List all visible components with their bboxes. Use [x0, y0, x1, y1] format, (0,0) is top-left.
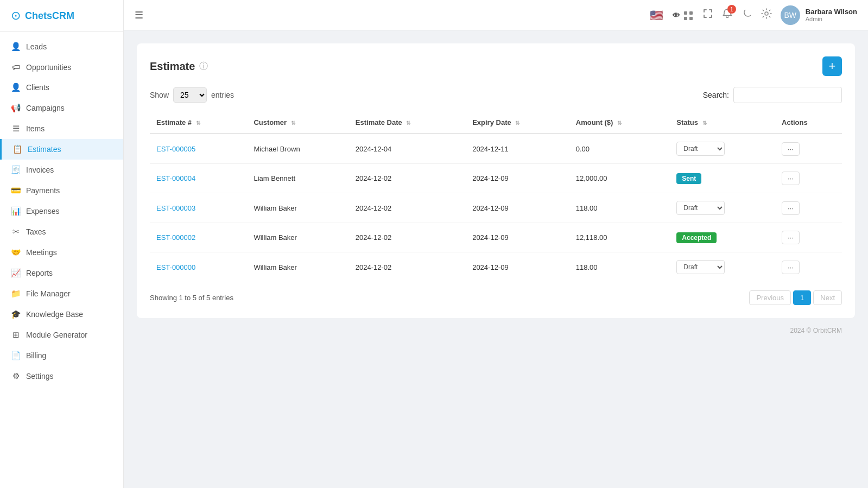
actions-cell: ···	[775, 223, 842, 252]
actions-button[interactable]: ···	[782, 172, 800, 185]
col-header-actions[interactable]: Actions	[775, 112, 842, 134]
col-header-customer[interactable]: Customer ⇅	[247, 112, 349, 134]
expiry-date-cell: 2024-12-11	[466, 134, 569, 164]
estimate-link[interactable]: EST-000004	[156, 174, 195, 182]
status-select[interactable]: DraftSentAcceptedDeclined	[676, 201, 725, 215]
menu-toggle-icon[interactable]: ☰	[135, 9, 143, 21]
sidebar-label-file-manager: File Manager	[26, 289, 71, 298]
status-cell[interactable]: DraftSentAcceptedDeclined	[670, 252, 775, 282]
reports-icon: 📈	[11, 268, 21, 278]
customer-cell: William Baker	[247, 223, 349, 252]
meetings-icon: 🤝	[11, 248, 21, 257]
col-header-estimate_num[interactable]: Estimate # ⇅	[150, 112, 247, 134]
table-controls: Show 25 10 50 100 entries Search:	[150, 87, 842, 103]
customer-cell: William Baker	[247, 252, 349, 282]
dark-mode-icon[interactable]	[742, 8, 752, 22]
fullscreen-icon[interactable]	[702, 8, 713, 22]
estimate-link[interactable]: EST-000002	[156, 233, 195, 242]
col-header-amount[interactable]: Amount ($) ⇅	[569, 112, 670, 134]
header-right: 🇺🇸 ⇼ 1	[650, 5, 857, 25]
col-header-expiry_date[interactable]: Expiry Date ⇅	[466, 112, 569, 134]
sidebar-item-settings[interactable]: ⚙ Settings	[0, 366, 123, 386]
estimate-date-cell: 2024-12-02	[349, 223, 466, 252]
taxes-icon: ✂	[11, 227, 21, 237]
actions-button[interactable]: ···	[782, 201, 800, 215]
sidebar-item-meetings[interactable]: 🤝 Meetings	[0, 242, 123, 263]
status-cell[interactable]: Accepted	[670, 223, 775, 252]
user-profile[interactable]: BW Barbara Wilson Admin	[781, 5, 857, 25]
table-row: EST-000000William Baker2024-12-022024-12…	[150, 252, 842, 282]
payments-icon: 💳	[11, 186, 21, 195]
sidebar-item-clients[interactable]: 👤 Clients	[0, 77, 123, 98]
billing-icon: 📄	[11, 351, 21, 360]
sidebar-item-module-generator[interactable]: ⊞ Module Generator	[0, 325, 123, 345]
amount-cell: 12,000.00	[569, 164, 670, 193]
entries-select[interactable]: 25 10 50 100	[173, 87, 207, 103]
table-body: EST-000005Michael Brown2024-12-042024-12…	[150, 134, 842, 282]
sidebar-item-billing[interactable]: 📄 Billing	[0, 345, 123, 366]
invoices-icon: 🧾	[11, 165, 21, 175]
col-header-status[interactable]: Status ⇅	[670, 112, 775, 134]
sort-icon-status: ⇅	[702, 120, 707, 126]
sidebar-label-payments: Payments	[26, 186, 60, 195]
status-cell[interactable]: DraftSentAcceptedDeclined	[670, 134, 775, 164]
sidebar-label-module-generator: Module Generator	[26, 331, 87, 339]
sidebar-item-expenses[interactable]: 📊 Expenses	[0, 201, 123, 221]
sidebar-item-campaigns[interactable]: 📢 Campaigns	[0, 98, 123, 118]
sort-icon-estimate_num: ⇅	[196, 120, 200, 126]
search-label: Search:	[703, 91, 729, 99]
flag-icon[interactable]: 🇺🇸	[650, 9, 663, 22]
col-header-estimate_date[interactable]: Estimate Date ⇅	[349, 112, 466, 134]
sidebar-item-invoices[interactable]: 🧾 Invoices	[0, 160, 123, 180]
sidebar-item-estimates[interactable]: 📋 Estimates	[0, 139, 123, 160]
sidebar-item-file-manager[interactable]: 📁 File Manager	[0, 283, 123, 304]
estimate-link[interactable]: EST-000000	[156, 263, 195, 271]
items-icon: ☰	[11, 124, 21, 134]
sidebar-item-payments[interactable]: 💳 Payments	[0, 180, 123, 201]
status-cell[interactable]: DraftSentAcceptedDeclined	[670, 193, 775, 223]
actions-button[interactable]: ···	[782, 261, 800, 274]
notification-icon[interactable]: 1	[722, 8, 733, 22]
page-1-button[interactable]: 1	[793, 290, 811, 305]
add-estimate-button[interactable]: +	[822, 56, 842, 76]
status-cell[interactable]: Sent	[670, 164, 775, 193]
svg-point-4	[765, 12, 768, 15]
next-button[interactable]: Next	[813, 290, 842, 305]
estimate-date-cell: 2024-12-02	[349, 164, 466, 193]
sidebar-item-taxes[interactable]: ✂ Taxes	[0, 221, 123, 242]
actions-button[interactable]: ···	[782, 142, 800, 156]
search-area: Search:	[703, 87, 842, 103]
info-icon[interactable]: ⓘ	[199, 61, 208, 72]
clients-icon: 👤	[11, 83, 21, 92]
sidebar-item-leads[interactable]: 👤 Leads	[0, 36, 123, 57]
sidebar-label-clients: Clients	[26, 83, 49, 92]
leads-icon: 👤	[11, 42, 21, 52]
apps-icon[interactable]: ⇼	[672, 9, 694, 21]
entries-label: entries	[211, 91, 234, 99]
estimate-link[interactable]: EST-000005	[156, 145, 195, 153]
sidebar-item-items[interactable]: ☰ Items	[0, 118, 123, 139]
status-select[interactable]: DraftSentAcceptedDeclined	[676, 260, 725, 274]
sidebar-item-reports[interactable]: 📈 Reports	[0, 263, 123, 283]
sidebar: ⊙ ChetsCRM 👤 Leads 🏷 Opportunities 👤 Cli…	[0, 0, 124, 488]
status-select[interactable]: DraftSentAcceptedDeclined	[676, 142, 725, 156]
previous-button[interactable]: Previous	[749, 290, 791, 305]
logo[interactable]: ⊙ ChetsCRM	[0, 0, 123, 32]
svg-rect-2	[684, 17, 687, 20]
table-header: Estimate # ⇅Customer ⇅Estimate Date ⇅Exp…	[150, 112, 842, 134]
estimate-link[interactable]: EST-000003	[156, 204, 195, 212]
expenses-icon: 📊	[11, 206, 21, 216]
amount-cell: 12,118.00	[569, 223, 670, 252]
settings-icon[interactable]	[761, 8, 772, 22]
opportunities-icon: 🏷	[11, 62, 21, 72]
notification-badge: 1	[727, 5, 736, 14]
footer: 2024 © OrbitCRM	[137, 318, 855, 343]
sidebar-item-opportunities[interactable]: 🏷 Opportunities	[0, 57, 123, 77]
expiry-date-cell: 2024-12-09	[466, 164, 569, 193]
header: ☰ 🇺🇸 ⇼ 1	[124, 0, 868, 30]
search-input[interactable]	[733, 87, 842, 103]
status-badge-sent: Sent	[676, 173, 701, 184]
actions-button[interactable]: ···	[782, 231, 800, 244]
sidebar-item-knowledge-base[interactable]: 🎓 Knowledge Base	[0, 304, 123, 325]
table-row: EST-000005Michael Brown2024-12-042024-12…	[150, 134, 842, 164]
